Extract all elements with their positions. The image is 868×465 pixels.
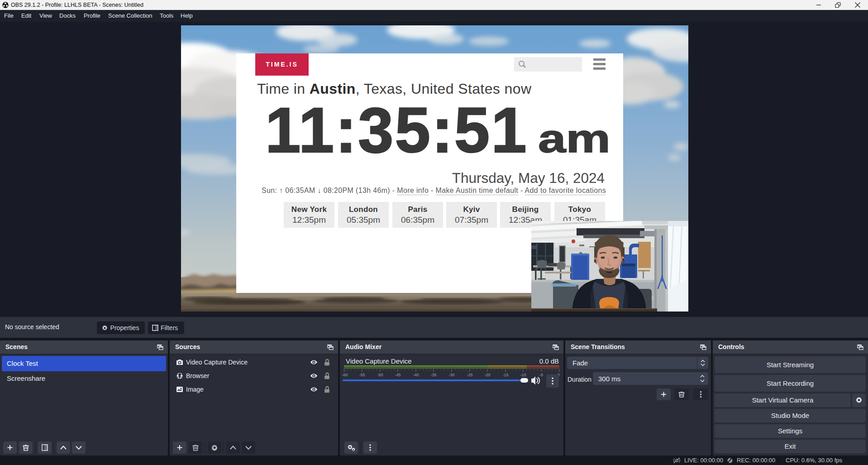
svg-text:-60: -60 bbox=[342, 373, 348, 377]
svg-text:-50: -50 bbox=[377, 373, 383, 377]
svg-text:-45: -45 bbox=[395, 373, 401, 377]
svg-text:-25: -25 bbox=[467, 373, 472, 377]
svg-text:-10: -10 bbox=[520, 373, 526, 377]
svg-text:-35: -35 bbox=[430, 373, 436, 377]
svg-text:-55: -55 bbox=[359, 373, 365, 377]
svg-text:-5: -5 bbox=[539, 373, 543, 377]
svg-text:-30: -30 bbox=[448, 373, 454, 377]
svg-text:-20: -20 bbox=[484, 373, 490, 377]
svg-text:-40: -40 bbox=[413, 373, 419, 377]
svg-text:-15: -15 bbox=[502, 373, 508, 377]
